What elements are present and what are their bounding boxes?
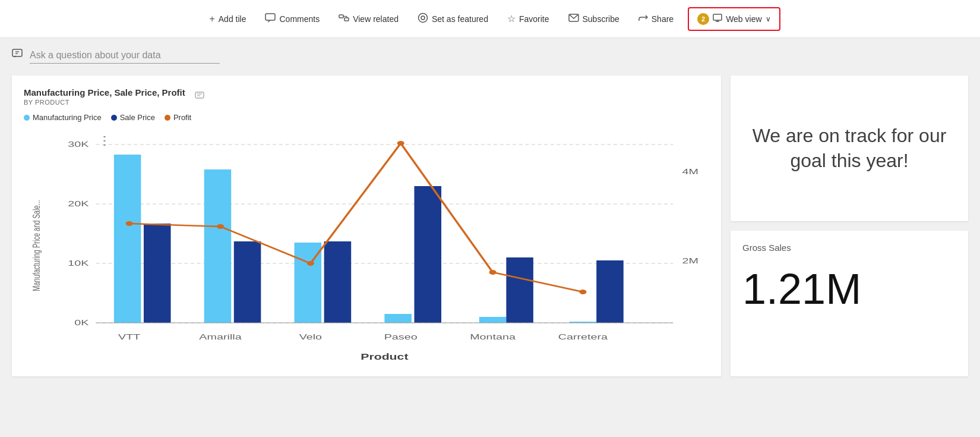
add-tile-button[interactable]: + Add tile <box>200 9 255 29</box>
svg-text:0K: 0K <box>74 318 88 327</box>
chart-legend: Manufacturing Price Sale Price Profit <box>24 113 709 122</box>
bar-paseo-sale <box>414 186 441 323</box>
favorite-button[interactable]: ☆ Favorite <box>498 8 559 29</box>
web-view-label: Web view <box>726 14 761 24</box>
web-view-icon <box>713 14 722 24</box>
svg-point-7 <box>421 16 425 20</box>
web-view-button[interactable]: 2 Web view ∨ <box>688 7 780 31</box>
subscribe-icon <box>568 14 579 24</box>
svg-point-31 <box>126 221 133 226</box>
svg-rect-2 <box>339 15 343 18</box>
svg-text:Paseo: Paseo <box>384 332 418 341</box>
svg-text:Amarilla: Amarilla <box>199 332 242 341</box>
legend-dot-sale <box>111 115 117 121</box>
comments-icon <box>265 13 276 25</box>
svg-point-33 <box>307 261 314 266</box>
svg-point-32 <box>217 224 224 229</box>
bar-paseo-mfg <box>384 314 412 323</box>
main-content: Manufacturing Price, Sale Price, Profit … <box>0 38 980 386</box>
legend-sale-label: Sale Price <box>120 113 155 122</box>
toolbar: + Add tile Comments View related <box>0 0 980 38</box>
svg-text:Manufacturing Price and Sale..: Manufacturing Price and Sale... <box>31 200 42 291</box>
subscribe-button[interactable]: Subscribe <box>559 9 629 29</box>
svg-text:⋮: ⋮ <box>96 134 114 147</box>
svg-text:30K: 30K <box>68 140 88 149</box>
svg-text:Velo: Velo <box>299 332 322 341</box>
svg-rect-12 <box>12 49 22 56</box>
bar-montana-sale <box>506 257 533 323</box>
goal-card: We are on track for our goal this year! <box>731 76 968 221</box>
svg-rect-0 <box>265 14 275 20</box>
add-icon: + <box>209 14 214 24</box>
chevron-down-icon: ∨ <box>766 15 771 23</box>
svg-point-34 <box>397 141 404 146</box>
svg-rect-9 <box>713 14 722 20</box>
legend-profit-label: Profit <box>173 113 191 122</box>
share-button[interactable]: Share <box>629 8 683 30</box>
dashboard-grid: Manufacturing Price, Sale Price, Profit … <box>12 76 968 376</box>
bar-amarilla-sale <box>234 241 261 323</box>
svg-text:4M: 4M <box>682 167 698 176</box>
chart-area: 30K 20K 10K 0K Manufacturing Price and S… <box>24 127 709 364</box>
add-tile-label: Add tile <box>219 14 246 24</box>
svg-text:Product: Product <box>361 353 408 362</box>
view-related-icon <box>339 13 349 25</box>
svg-text:Montana: Montana <box>470 332 516 341</box>
qa-icon <box>12 49 24 62</box>
view-related-button[interactable]: View related <box>329 8 408 30</box>
kpi-value: 1.21M <box>742 265 956 313</box>
comments-label: Comments <box>279 14 320 24</box>
bar-velo-sale <box>324 241 352 323</box>
qa-input[interactable] <box>30 48 220 64</box>
kpi-label: Gross Sales <box>742 243 956 253</box>
set-as-featured-label: Set as featured <box>432 14 488 24</box>
svg-text:Carretera: Carretera <box>558 332 608 341</box>
view-related-label: View related <box>353 14 399 24</box>
bar-vtt-sale <box>144 224 171 323</box>
kpi-card: Gross Sales 1.21M <box>731 231 968 376</box>
bar-montana-mfg <box>479 317 507 323</box>
qa-bar <box>12 48 261 64</box>
share-label: Share <box>652 14 674 24</box>
set-as-featured-button[interactable]: Set as featured <box>408 8 498 30</box>
svg-rect-16 <box>195 92 204 98</box>
chart-subtitle: BY PRODUCT <box>24 99 185 106</box>
chart-card: Manufacturing Price, Sale Price, Profit … <box>12 76 721 376</box>
featured-icon <box>418 12 428 26</box>
svg-rect-3 <box>344 18 349 21</box>
svg-point-6 <box>418 13 427 22</box>
goal-text: We are on track for our goal this year! <box>742 124 956 173</box>
legend-dot-profit <box>165 115 170 121</box>
legend-mfg-price: Manufacturing Price <box>24 113 102 122</box>
bar-carretera-sale <box>596 260 624 323</box>
svg-text:10K: 10K <box>68 259 88 268</box>
legend-dot-mfg <box>24 115 30 121</box>
subscribe-label: Subscribe <box>583 14 619 24</box>
legend-profit: Profit <box>165 113 191 122</box>
svg-text:20K: 20K <box>68 199 88 208</box>
bar-amarilla-mfg <box>204 169 232 323</box>
legend-mfg-label: Manufacturing Price <box>33 113 102 122</box>
web-view-badge: 2 <box>697 13 709 25</box>
svg-point-35 <box>489 270 497 275</box>
share-icon <box>638 13 648 25</box>
star-icon: ☆ <box>507 13 516 24</box>
svg-point-36 <box>579 290 586 294</box>
svg-text:VTT: VTT <box>118 332 140 341</box>
chart-title: Manufacturing Price, Sale Price, Profit <box>24 87 185 98</box>
comments-button[interactable]: Comments <box>255 8 329 30</box>
chart-comment-icon[interactable] <box>195 92 204 102</box>
bar-vtt-mfg <box>114 155 141 323</box>
legend-sale-price: Sale Price <box>111 113 155 122</box>
chart-svg: 30K 20K 10K 0K Manufacturing Price and S… <box>24 127 709 364</box>
svg-text:2M: 2M <box>682 256 698 265</box>
favorite-label: Favorite <box>519 14 549 24</box>
